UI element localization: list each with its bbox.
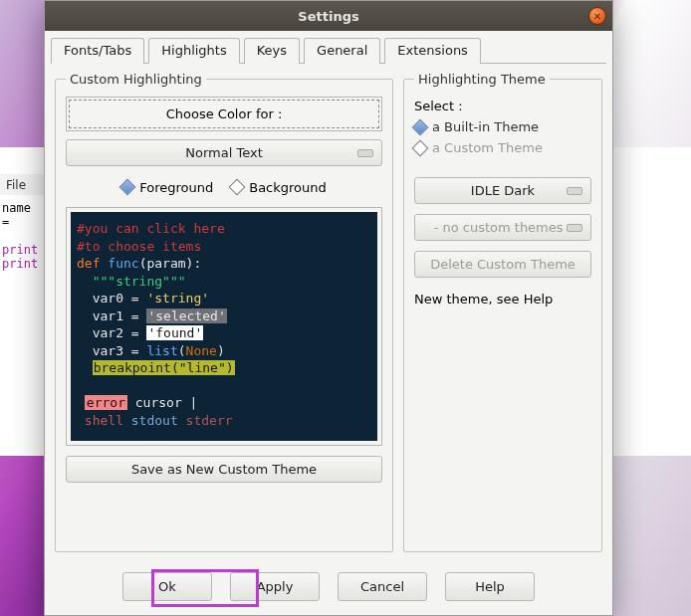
background-radio[interactable]: Background	[231, 180, 327, 195]
select-label: Select :	[414, 99, 591, 113]
dropdown-handle-icon	[567, 224, 582, 232]
custom-theme-dropdown: - no custom themes -	[414, 214, 591, 241]
editor-text-fragment: name = print print	[0, 195, 44, 454]
menu-file[interactable]: File	[6, 178, 26, 192]
close-icon[interactable]: ✕	[588, 7, 606, 25]
tab-extensions[interactable]: Extensions	[384, 38, 481, 64]
settings-dialog: Settings ✕ Fonts/Tabs Highlights Keys Ge…	[44, 0, 613, 616]
tab-highlights[interactable]: Highlights	[148, 38, 239, 64]
ok-button[interactable]: Ok	[122, 572, 212, 601]
fg-bg-radio-group: Foreground Background	[66, 180, 382, 195]
tab-general[interactable]: General	[304, 38, 380, 64]
foreground-radio[interactable]: Foreground	[121, 180, 213, 195]
save-custom-theme-button[interactable]: Save as New Custom Theme	[66, 456, 382, 483]
titlebar: Settings ✕	[45, 1, 612, 31]
highlighting-theme-group: Highlighting Theme Select : a Built-in T…	[403, 72, 602, 552]
tab-keys[interactable]: Keys	[244, 38, 300, 64]
new-theme-note: New theme, see Help	[414, 292, 591, 307]
window-title: Settings	[298, 9, 358, 24]
custom-highlighting-legend: Custom Highlighting	[66, 72, 206, 87]
builtin-theme-dropdown[interactable]: IDLE Dark	[414, 177, 591, 204]
highlighting-theme-legend: Highlighting Theme	[414, 72, 550, 87]
help-button[interactable]: Help	[445, 572, 535, 601]
dialog-button-bar: Ok Apply Cancel Help	[45, 562, 612, 615]
custom-highlighting-group: Custom Highlighting Choose Color for : N…	[55, 72, 393, 552]
cancel-button[interactable]: Cancel	[338, 572, 427, 601]
tab-fonts[interactable]: Fonts/Tabs	[51, 38, 144, 64]
delete-custom-theme-button: Delete Custom Theme	[414, 251, 591, 278]
custom-theme-radio[interactable]: a Custom Theme	[414, 140, 591, 155]
tab-bar: Fonts/Tabs Highlights Keys General Exten…	[45, 31, 612, 63]
apply-button[interactable]: Apply	[230, 572, 320, 601]
builtin-theme-radio[interactable]: a Built-in Theme	[414, 119, 591, 134]
dropdown-handle-icon	[357, 149, 373, 157]
highlight-element-dropdown[interactable]: Normal Text	[66, 139, 382, 166]
highlight-preview[interactable]: #you can click here #to choose items def…	[71, 212, 377, 441]
choose-color-button[interactable]: Choose Color for :	[66, 97, 382, 131]
dropdown-handle-icon	[567, 187, 582, 195]
